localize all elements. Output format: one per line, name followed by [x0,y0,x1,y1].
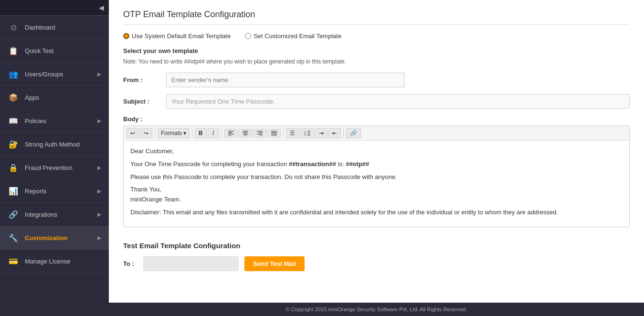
radio-system-default-input[interactable] [123,33,129,39]
quick-test-icon: 📋 [8,45,19,56]
svg-rect-12 [271,131,277,132]
chevron-right-icon: ▶ [97,118,101,124]
sidebar-item-label: Users/Groups [25,71,97,78]
svg-rect-14 [271,134,277,135]
align-justify-button[interactable] [267,129,281,137]
svg-rect-13 [271,132,277,133]
svg-rect-0 [228,131,234,132]
svg-rect-2 [228,134,234,135]
send-test-mail-button[interactable]: Send Test Mail [244,256,305,271]
toolbar-separator [283,128,284,138]
manage-license-icon: 💳 [8,255,19,267]
sidebar-item-users-groups[interactable]: 👥 Users/Groups ▶ [0,63,109,86]
sidebar-item-label: Strong Auth Method [25,141,101,148]
test-section-title: Test Email Template Configuration [123,237,630,250]
sidebar-item-label: Quick Test [25,47,101,54]
sidebar-item-label: Policies [25,117,97,125]
footer-text: © Copyright 2015 miniOrange Security Sof… [285,306,467,312]
section-title: Select your own template [123,47,630,54]
sidebar-item-customization[interactable]: 🔧 Customization ▶ [0,226,109,250]
svg-rect-8 [257,131,263,132]
bold-button[interactable]: B [195,128,207,138]
to-input[interactable] [143,256,239,271]
sidebar-item-reports[interactable]: 📊 Reports ▶ [0,179,109,203]
italic-button[interactable]: I [208,128,219,138]
email-editor: ↩ ↪ Formats ▾ B I [123,126,630,227]
undo-button[interactable]: ↩ [127,128,139,138]
content-area: OTP Email Template Configuration Use Sys… [109,0,644,303]
sidebar-item-label: Dashboard [25,24,101,31]
svg-rect-19 [307,135,310,136]
toolbar-separator [192,128,192,138]
sidebar-item-label: Integrations [25,211,97,218]
to-label: To : [123,260,137,267]
radio-customized-label: Set Customized Email Template [253,32,341,40]
formats-dropdown[interactable]: Formats ▾ [158,128,190,138]
formats-arrow-icon: ▾ [183,130,186,137]
ordered-list-button[interactable]: 1. [300,128,314,138]
apps-icon: 📦 [8,92,19,103]
sidebar-item-strong-auth[interactable]: 🔐 Strong Auth Method [0,133,109,156]
editor-body[interactable]: Dear Customer, Your One Time Passcode fo… [124,141,629,227]
subject-label: Subject : [123,98,166,105]
template-radio-group: Use System Default Email Template Set Cu… [123,32,630,40]
chevron-right-icon: ▶ [97,235,101,241]
editor-line2: Please use this Passcode to complete you… [130,172,623,182]
subject-row: Subject : [123,94,630,109]
dashboard-icon: ⊙ [8,21,19,33]
align-center-button[interactable] [239,129,252,137]
from-input[interactable] [166,73,405,87]
editor-disclaimer: Disclaimer: This email and any files tra… [130,208,623,218]
svg-text:1.: 1. [304,131,307,136]
sidebar-item-manage-license[interactable]: 💳 Manage License [0,250,109,273]
users-groups-icon: 👥 [8,68,19,80]
sidebar-item-label: Apps [25,94,101,101]
sidebar-item-label: Fraud Prevention [25,164,97,171]
sidebar-item-apps[interactable]: 📦 Apps [0,86,109,109]
body-label: Body : [123,116,630,123]
svg-rect-11 [260,135,263,136]
customization-icon: 🔧 [8,232,19,243]
sidebar-item-label: Customization [25,234,97,242]
sidebar: ◀ ⊙ Dashboard 📋 Quick Test 👥 Users/Group… [0,0,109,316]
test-row: To : Send Test Mail [123,256,630,271]
radio-system-default-label: Use System Default Email Template [132,32,231,40]
svg-rect-4 [243,131,248,132]
radio-customized-input[interactable] [245,33,251,39]
strong-auth-icon: 🔐 [8,138,19,150]
sidebar-item-integrations[interactable]: 🔗 Integrations ▶ [0,203,109,226]
toolbar-separator [222,128,222,138]
sidebar-header: ◀ [0,0,109,16]
sidebar-item-fraud-prevention[interactable]: 🔒 Fraud Prevention ▶ [0,156,109,179]
align-right-button[interactable] [253,129,266,137]
main-content: OTP Email Template Configuration Use Sys… [109,0,644,316]
svg-rect-17 [307,131,310,132]
fraud-prevention-icon: 🔒 [8,162,19,173]
redo-button[interactable]: ↪ [140,128,152,138]
link-button[interactable]: 🔗 [346,128,361,138]
editor-line1: Your One Time Passcode for completing yo… [130,159,623,169]
outdent-button[interactable]: ⇤ [328,128,341,138]
sidebar-item-dashboard[interactable]: ⊙ Dashboard [0,16,109,39]
radio-system-default[interactable]: Use System Default Email Template [123,32,231,40]
sidebar-item-label: Reports [25,188,97,195]
svg-rect-9 [259,132,263,133]
sidebar-item-policies[interactable]: 📖 Policies ▶ [0,109,109,133]
chevron-right-icon: ▶ [97,71,101,77]
chevron-right-icon: ▶ [97,188,101,194]
formats-label: Formats [161,130,182,137]
align-left-button[interactable] [224,129,238,137]
integrations-icon: 🔗 [8,209,19,220]
editor-greeting: Dear Customer, [130,147,623,157]
indent-button[interactable]: ⇥ [315,128,327,138]
reports-icon: 📊 [8,185,19,197]
chevron-right-icon: ▶ [97,211,101,218]
sidebar-toggle[interactable]: ◀ [99,4,104,11]
unordered-list-button[interactable]: ☰ [286,128,299,138]
sidebar-item-quick-test[interactable]: 📋 Quick Test [0,39,109,63]
note-text: Note: You need to write ##otp## where yo… [123,58,630,65]
svg-rect-6 [243,134,248,135]
radio-customized[interactable]: Set Customized Email Template [245,32,341,40]
sidebar-item-label: Manage License [25,258,101,265]
subject-input[interactable] [166,94,630,109]
